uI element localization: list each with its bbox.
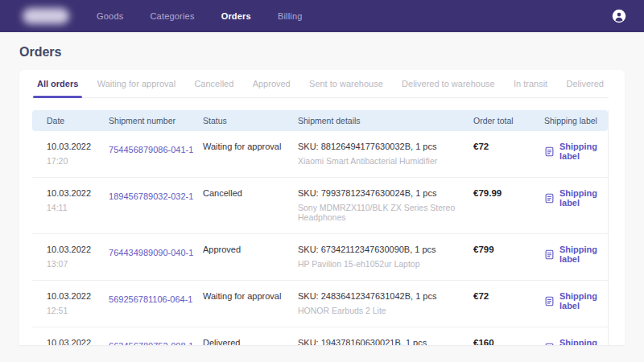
shipping-label-link[interactable]: Shipping label — [544, 338, 608, 345]
shipping-label-text: Shipping label — [559, 338, 608, 345]
column-header-shipment-number: Shipment number — [109, 116, 203, 125]
shipping-label-link[interactable]: Shipping label — [544, 188, 608, 208]
nav-item[interactable]: Orders — [221, 11, 251, 21]
order-total: €799 — [473, 245, 544, 254]
app-header: GoodsCategoriesOrdersBilling — [0, 0, 644, 32]
table-row: 10.03.2022 13:07 764434989090-040-1 Appr… — [32, 234, 608, 281]
order-date: 10.03.2022 — [47, 245, 109, 254]
order-status: Waiting for approval — [203, 291, 298, 301]
shipment-number-link[interactable]: 189456789032-032-1 — [109, 191, 193, 201]
filter-tab[interactable]: Delivered to warehouse — [402, 70, 495, 97]
nav-item[interactable]: Goods — [97, 11, 123, 21]
table-row: 10.03.2022 17:20 754456879086-041-1 Wait… — [32, 131, 608, 178]
order-sku: SKU: 67342112347630090B, 1 pcs — [298, 245, 465, 254]
order-product-name: HONOR Earbuds 2 Lite — [298, 306, 465, 315]
table-row: 10.03.2022 12:43 663456780752-008-1 Deli… — [32, 327, 608, 345]
filter-tab[interactable]: Cancelled — [194, 70, 233, 97]
shipment-number-link[interactable]: 663456780752-008-1 — [109, 341, 193, 345]
order-product-name: HP Pavilion 15-eh1052ur Laptop — [298, 259, 465, 269]
shipping-label-text: Shipping label — [559, 245, 608, 264]
shipping-label-link[interactable]: Shipping label — [544, 245, 608, 264]
table-header-row: Date Shipment number Status Shipment det… — [32, 110, 608, 131]
filter-tab[interactable]: Approved — [253, 70, 291, 97]
order-status: Delivered — [203, 338, 298, 345]
shipment-number-link[interactable]: 569256781106-064-1 — [109, 294, 192, 304]
order-total: €72 — [473, 291, 544, 301]
filter-tab[interactable]: Waiting for approval — [97, 70, 175, 97]
nav-item[interactable]: Categories — [150, 11, 194, 21]
page-title: Orders — [19, 45, 625, 60]
order-sku: SKU: 79937812347630024B, 1 pcs — [298, 188, 465, 198]
filter-tab[interactable]: Delivered — [566, 70, 603, 97]
order-sku: SKU: 24836412347631042B, 1 pcs — [298, 291, 465, 301]
order-status: Approved — [203, 245, 298, 254]
order-date: 10.03.2022 — [47, 338, 109, 345]
order-sku: SKU: 88126494177630032B, 1 pcs — [298, 142, 465, 151]
nav-item[interactable]: Billing — [278, 11, 303, 21]
order-total: €160 — [473, 338, 544, 345]
order-time: 13:07 — [47, 259, 109, 269]
shipping-label-text: Shipping label — [559, 188, 608, 208]
order-time: 14:11 — [47, 203, 109, 212]
main-nav: GoodsCategoriesOrdersBilling — [97, 11, 303, 21]
column-header-date: Date — [32, 116, 109, 125]
column-header-status: Status — [203, 116, 298, 125]
table-row: 10.03.2022 12:51 569256781106-064-1 Wait… — [32, 281, 608, 327]
filter-tab[interactable]: In transit — [514, 70, 547, 97]
document-icon — [544, 343, 555, 346]
orders-page: Orders All ordersWaiting for approvalCan… — [0, 32, 644, 345]
shipping-label-link[interactable]: Shipping label — [544, 142, 608, 161]
order-total: €72 — [473, 142, 544, 151]
column-header-order-total: Order total — [473, 116, 544, 125]
order-product-name: Sony MDMRZX110/BLK ZX Series Stereo Head… — [298, 203, 465, 222]
account-button[interactable] — [612, 9, 626, 23]
shipment-number-link[interactable]: 754456879086-041-1 — [109, 145, 193, 154]
document-icon — [544, 296, 555, 306]
orders-card: All ordersWaiting for approvalCancelledA… — [19, 70, 625, 345]
document-icon — [544, 146, 555, 157]
filter-tabs: All ordersWaiting for approvalCancelledA… — [32, 70, 609, 98]
shipping-label-text: Shipping label — [559, 291, 608, 311]
logo — [23, 8, 69, 24]
document-icon — [544, 193, 555, 204]
order-date: 10.03.2022 — [47, 291, 109, 301]
filter-tab[interactable]: All orders — [37, 70, 78, 97]
order-product-name: Xiaomi Smart Antibacterial Humidifier — [298, 156, 465, 166]
table-row: 10.03.2022 14:11 189456789032-032-1 Canc… — [32, 178, 608, 234]
order-date: 10.03.2022 — [47, 142, 109, 151]
order-date: 10.03.2022 — [47, 188, 109, 198]
orders-table: Date Shipment number Status Shipment det… — [32, 110, 609, 345]
order-status: Waiting for approval — [203, 142, 298, 151]
column-header-shipment-details: Shipment details — [298, 116, 473, 125]
order-time: 12:51 — [47, 306, 109, 315]
document-icon — [544, 249, 555, 260]
order-status: Cancelled — [203, 188, 298, 198]
shipping-label-text: Shipping label — [559, 142, 608, 161]
table-body: 10.03.2022 17:20 754456879086-041-1 Wait… — [32, 131, 608, 345]
order-sku: SKU: 194378160630021B, 1 pcs — [298, 338, 465, 345]
user-circle-icon — [612, 9, 626, 23]
column-header-shipping-label: Shipping label — [544, 116, 608, 125]
order-time: 17:20 — [47, 156, 109, 166]
filter-tab[interactable]: Sent to warehouse — [309, 70, 383, 97]
shipment-number-link[interactable]: 764434989090-040-1 — [109, 248, 193, 257]
order-total: €79.99 — [473, 188, 544, 198]
shipping-label-link[interactable]: Shipping label — [544, 291, 608, 311]
